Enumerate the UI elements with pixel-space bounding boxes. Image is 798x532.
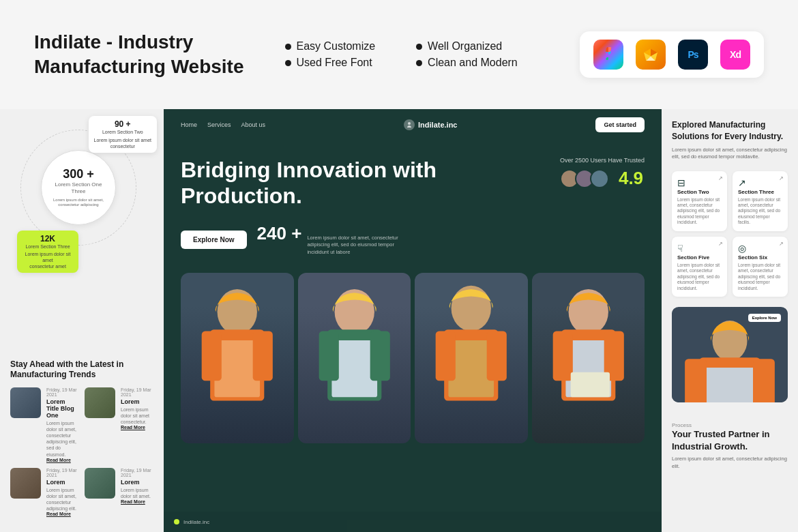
blog-title: Stay Ahead with the Latest in Manufactur… <box>10 359 153 381</box>
right-bottom-text: Process Your Trusted Partner in Industri… <box>662 413 798 470</box>
svg-rect-25 <box>552 331 572 381</box>
svg-rect-15 <box>319 331 338 381</box>
mockup-footer: Indilate.inc <box>164 512 662 532</box>
title-block: Indilate - Industry Manufacturing Websit… <box>34 30 244 80</box>
feature-free-font: Used Free Font <box>285 57 376 69</box>
blog-img-1 <box>10 387 41 418</box>
service-icon-1: ⊟ <box>677 177 685 188</box>
adobe-xd-icon: Xd <box>720 40 750 70</box>
service-arrow-1: ↗ <box>718 175 723 181</box>
counter-desc: Lorem ipsum dolor sit amet, consectetur … <box>307 235 416 256</box>
blog-section: Stay Ahead with the Latest in Manufactur… <box>0 349 164 532</box>
service-icon-4: ◎ <box>738 243 746 254</box>
hero-explore-button[interactable]: Explore Now <box>181 231 247 249</box>
svg-rect-31 <box>704 368 756 402</box>
hero-title: Bridging Innovation with Production. <box>181 157 440 209</box>
nav-links: Home Services About us <box>181 121 265 128</box>
process-label: Process <box>672 422 788 428</box>
circle-inner-main: 300 + Lorem Section OneThree Lorem ipsum… <box>41 150 116 225</box>
service-icon-2: ↗ <box>738 177 746 188</box>
nav-cta-button[interactable]: Get started <box>595 117 645 132</box>
service-card-3: ☟ ↗ Section Five Lorem ipsum dolor sit a… <box>672 237 727 297</box>
right-worker-image: Explore Now <box>672 307 788 402</box>
hero-trust-block: Over 2500 Users Have Trusted 4.9 <box>560 157 645 189</box>
blog-row-2: Friday, 19 Mar 2021 Lorem Lorem ipsum do… <box>10 468 153 516</box>
right-hero-title: Explored Manufacturing Solutions for Eve… <box>672 119 788 143</box>
nav-about[interactable]: About us <box>241 121 266 128</box>
worker-card-1 <box>181 273 294 443</box>
sketch-icon <box>636 40 666 70</box>
blog-img-4 <box>85 468 115 499</box>
right-hero-desc: Lorem ipsum dolor sit amet, consectetur … <box>672 147 788 161</box>
worker-card-2 <box>298 273 411 443</box>
service-arrow-2: ↗ <box>779 175 784 181</box>
svg-rect-11 <box>253 331 273 381</box>
right-content: Explored Manufacturing Solutions for Eve… <box>662 109 798 413</box>
photoshop-icon: Ps <box>678 40 708 70</box>
explore-btn-small[interactable]: Explore Now <box>748 314 781 322</box>
nav-logo: Indilate.inc <box>404 119 457 130</box>
feature-dot <box>416 44 422 50</box>
service-card-1: ⊟ ↗ Section Two Lorem ipsum dolor sit am… <box>672 171 727 231</box>
service-grid: ⊟ ↗ Section Two Lorem ipsum dolor sit am… <box>672 171 788 297</box>
service-icon-3: ☟ <box>677 243 683 254</box>
svg-rect-32 <box>685 359 707 402</box>
hero-trust-row: 4.9 <box>560 168 645 189</box>
mockup-hero: Bridging Innovation with Production. Ove… <box>164 140 662 273</box>
top-banner: Indilate - Industry Manufacturing Websit… <box>0 0 798 109</box>
footer-logo-text: Indilate.inc <box>183 519 209 525</box>
center-mockup: Home Services About us Indilate.inc Get … <box>164 109 662 532</box>
features-group: Easy Customize Used Free Font Well Organ… <box>285 40 518 69</box>
stat-badge-secondary: 90 + Lorem Section Two Lorem ipsum dolor… <box>89 116 157 153</box>
read-more-4[interactable]: Read More <box>121 499 153 504</box>
service-card-4: ◎ ↗ Section Six Lorem ipsum dolor sit am… <box>733 237 788 297</box>
nav-home[interactable]: Home <box>181 121 197 128</box>
svg-rect-21 <box>487 331 507 381</box>
svg-rect-33 <box>753 359 775 402</box>
svg-rect-27 <box>570 372 609 397</box>
worker-card-3 <box>415 273 528 443</box>
read-more-1[interactable]: Read More <box>46 458 79 462</box>
main-title: Indilate - Industry Manufacturing Websit… <box>34 30 244 80</box>
svg-rect-20 <box>436 331 456 381</box>
right-panel: Explored Manufacturing Solutions for Eve… <box>662 109 798 532</box>
workers-row <box>164 273 662 443</box>
stat-badge-lime: 12K Lorem Section Three Lorem ipsum dolo… <box>17 231 78 273</box>
service-arrow-3: ↗ <box>718 241 723 247</box>
feature-dot <box>285 60 291 66</box>
blog-img-2 <box>85 387 115 418</box>
service-arrow-4: ↗ <box>779 241 784 247</box>
right-bottom-title: Your Trusted Partner in Industrial Growt… <box>672 428 788 453</box>
counter-number: 240 + <box>257 223 302 244</box>
footer-logo-dot <box>174 519 179 524</box>
figma-icon <box>593 40 623 70</box>
left-panel: 300 + Lorem Section OneThree Lorem ipsum… <box>0 109 164 532</box>
svg-rect-10 <box>202 331 222 381</box>
right-bottom-desc: Lorem ipsum dolor sit amet, consectetur … <box>672 456 788 470</box>
service-card-2: ↗ ↗ Section Three Lorem ipsum dolor sit … <box>733 171 788 231</box>
nav-services[interactable]: Services <box>207 121 231 128</box>
tool-icons-block: Ps Xd <box>580 31 764 78</box>
svg-point-6 <box>408 122 411 125</box>
mockup-nav: Home Services About us Indilate.inc Get … <box>164 109 662 140</box>
feature-easy-customize: Easy Customize <box>285 40 376 53</box>
blog-text-3: Friday, 19 Mar 2021 Lorem Lorem ipsum do… <box>46 468 79 516</box>
read-more-3[interactable]: Read More <box>46 512 79 516</box>
feature-dot <box>416 60 422 66</box>
features-col-right: Well Organized Clean and Modern <box>416 40 518 69</box>
blog-text-4: Friday, 19 Mar 2021 Lorem Lorem ipsum do… <box>121 468 153 516</box>
main-area: 300 + Lorem Section OneThree Lorem ipsum… <box>0 109 798 532</box>
features-col-left: Easy Customize Used Free Font <box>285 40 376 69</box>
svg-rect-16 <box>370 331 389 381</box>
stats-circles: 300 + Lorem Section OneThree Lorem ipsum… <box>14 116 157 293</box>
feature-well-organized: Well Organized <box>416 40 518 53</box>
blog-row-1: Friday, 19 Mar 2021 Lorem Title Blog One… <box>10 387 153 462</box>
blog-text-2: Friday, 19 Mar 2021 Lorem Lorem ipsum do… <box>121 387 153 462</box>
read-more-2[interactable]: Read More <box>121 425 153 430</box>
nav-logo-icon <box>404 119 415 130</box>
blog-text-1: Friday, 19 Mar 2021 Lorem Title Blog One… <box>46 387 79 462</box>
worker-card-4 <box>532 273 645 443</box>
blog-img-3 <box>10 468 41 499</box>
feature-dot <box>285 44 291 50</box>
feature-clean-modern: Clean and Modern <box>416 57 518 69</box>
